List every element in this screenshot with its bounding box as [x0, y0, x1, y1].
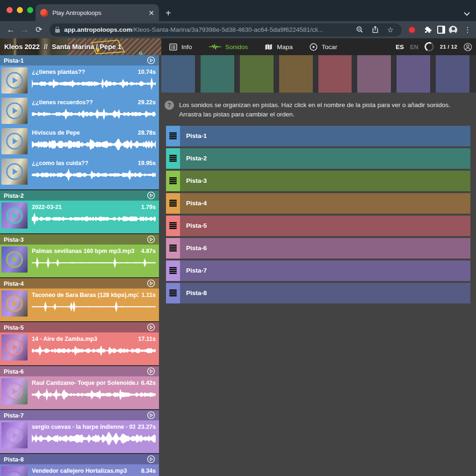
clip-item[interactable]: Vendedor callejero Hortalizas.mp38.34s — [0, 465, 159, 476]
clip-item[interactable]: Hiviscus de Pepe28.78s — [0, 127, 159, 158]
clip-play-button[interactable] — [6, 339, 23, 356]
lock-icon[interactable] — [55, 29, 60, 33]
side-panel-icon[interactable] — [437, 26, 445, 34]
track-row-label[interactable]: Pista-7 — [186, 267, 207, 274]
drag-handle[interactable] — [166, 148, 180, 169]
track-row[interactable]: Pista-2 — [166, 148, 470, 169]
track-row-label[interactable]: Pista-3 — [186, 177, 207, 184]
track-row-body[interactable]: Pista-2 — [180, 148, 470, 169]
track-row[interactable]: Pista-7 — [166, 260, 470, 281]
track-play-button[interactable] — [147, 367, 155, 375]
sidebar-track-header[interactable]: Pista-8 — [0, 454, 159, 464]
track-play-button[interactable] — [147, 56, 155, 65]
zoom-level-icon[interactable] — [354, 24, 365, 36]
record-extension-icon[interactable] — [409, 27, 415, 33]
breadcrumb-project[interactable]: Kleos 2022 — [4, 43, 40, 50]
forward-button[interactable]: → — [18, 25, 32, 35]
clip-thumbnail[interactable] — [1, 159, 28, 185]
clip-thumbnail[interactable] — [1, 290, 28, 317]
sidebar-track-header[interactable]: Pista-5 — [0, 322, 159, 332]
clip-play-button[interactable] — [6, 471, 23, 476]
clip-item[interactable]: ¿¿tienes recuerdos??29.22s — [0, 97, 159, 127]
clip-play-button[interactable] — [6, 163, 23, 180]
sidebar-track-header[interactable]: Pista-6 — [0, 366, 159, 376]
track-play-button[interactable] — [147, 411, 155, 419]
sidebar-track-name[interactable]: Pista-8 — [4, 456, 24, 463]
clip-item[interactable]: Palmas sevillanas 160 bpm mp3.mp34.87s — [0, 245, 159, 276]
clip-thumbnail[interactable] — [1, 378, 28, 404]
back-button[interactable]: ← — [4, 25, 18, 35]
clip-item[interactable]: Raul Cantizano- Toque por Solenoide.mp36… — [0, 377, 159, 408]
drag-handle[interactable] — [166, 260, 180, 281]
color-swatch-pista-1[interactable] — [161, 55, 195, 93]
drag-handle[interactable] — [166, 216, 180, 236]
track-play-button[interactable] — [147, 279, 155, 288]
track-row-label[interactable]: Pista-6 — [186, 245, 207, 252]
track-row[interactable]: Pista-1 — [166, 126, 470, 146]
track-row-label[interactable]: Pista-8 — [186, 289, 207, 296]
track-row-body[interactable]: Pista-4 — [180, 193, 470, 214]
tab-search-chevron-icon[interactable] — [464, 11, 469, 15]
browser-tab[interactable]: Play Antropoloops ✕ — [36, 4, 159, 21]
sidebar-track-name[interactable]: Pista-3 — [4, 236, 24, 243]
sidebar-track-header[interactable]: Pista-1 — [0, 55, 159, 65]
clip-item[interactable]: 14 - Aire de Zamba.mp317.11s — [0, 333, 159, 364]
track-row-label[interactable]: Pista-5 — [186, 222, 207, 229]
sidebar-track-header[interactable]: Pista-3 — [0, 234, 159, 245]
clip-play-button[interactable] — [6, 383, 23, 400]
clip-thumbnail[interactable] — [1, 334, 28, 361]
remix-cover-image[interactable]: Kleos 2022 // Santa Marina / Pepe 1 — [0, 38, 161, 55]
breadcrumb-track-set[interactable]: Santa Marina / Pepe 1 — [52, 43, 122, 50]
nav-item-mapa[interactable]: Mapa — [265, 43, 293, 50]
track-row[interactable]: Pista-5 — [166, 216, 470, 236]
clip-play-button[interactable] — [6, 207, 23, 224]
reload-button[interactable]: ⟳ — [32, 25, 46, 35]
clip-play-button[interactable] — [6, 72, 23, 89]
minimize-window-button[interactable] — [17, 7, 23, 13]
close-window-button[interactable] — [7, 7, 13, 13]
color-swatch-pista-3[interactable] — [240, 55, 274, 93]
nav-item-info[interactable]: Info — [169, 43, 192, 50]
drag-handle[interactable] — [166, 283, 180, 303]
lang-en-button[interactable]: EN — [410, 43, 418, 50]
sidebar-track-name[interactable]: Pista-6 — [4, 368, 24, 375]
track-row-label[interactable]: Pista-1 — [186, 132, 207, 139]
track-row-body[interactable]: Pista-5 — [180, 216, 470, 236]
clip-item[interactable]: Taconeo de Sara Baras (128 kbps).mp31.11… — [0, 289, 159, 320]
bookmark-star-icon[interactable]: ☆ — [385, 24, 396, 36]
clip-play-button[interactable] — [6, 295, 23, 312]
address-bar[interactable]: app.antropoloops.com/Kleos-Santa-Marina/… — [50, 23, 402, 36]
color-swatch-pista-4[interactable] — [279, 55, 313, 93]
tab-close-icon[interactable]: ✕ — [148, 9, 154, 16]
help-icon[interactable]: ? — [165, 101, 174, 110]
clip-play-button[interactable] — [6, 427, 23, 444]
clip-thumbnail[interactable] — [1, 98, 28, 124]
drag-handle[interactable] — [166, 238, 180, 259]
clip-item[interactable]: ¿¿tienes plantas??10.74s — [0, 66, 159, 97]
track-row[interactable]: Pista-8 — [166, 283, 470, 303]
clip-play-button[interactable] — [6, 251, 23, 268]
color-swatch-pista-6[interactable] — [357, 55, 391, 93]
drag-handle[interactable] — [166, 171, 180, 191]
color-swatch-pista-2[interactable] — [201, 55, 234, 93]
profile-avatar[interactable] — [449, 26, 457, 34]
drag-handle[interactable] — [166, 193, 180, 214]
lang-es-button[interactable]: ES — [396, 43, 404, 50]
clip-play-button[interactable] — [6, 102, 23, 119]
account-icon[interactable] — [463, 43, 472, 51]
track-row[interactable]: Pista-6 — [166, 238, 470, 259]
clip-item[interactable]: ¿¿como las cuida??19.95s — [0, 158, 159, 188]
track-row-body[interactable]: Pista-8 — [180, 283, 470, 303]
color-swatch-pista-5[interactable] — [318, 55, 352, 93]
clip-thumbnail[interactable] — [1, 246, 28, 273]
sidebar-track-name[interactable]: Pista-7 — [4, 412, 24, 419]
track-row-body[interactable]: Pista-1 — [180, 126, 470, 146]
sidebar-track-name[interactable]: Pista-2 — [4, 192, 24, 199]
clip-play-button[interactable] — [6, 133, 23, 150]
track-row[interactable]: Pista-4 — [166, 193, 470, 214]
track-play-button[interactable] — [147, 323, 155, 332]
sidebar-track-name[interactable]: Pista-5 — [4, 324, 24, 331]
track-play-button[interactable] — [147, 455, 155, 463]
clip-thumbnail[interactable] — [1, 202, 28, 229]
drag-handle[interactable] — [166, 126, 180, 146]
